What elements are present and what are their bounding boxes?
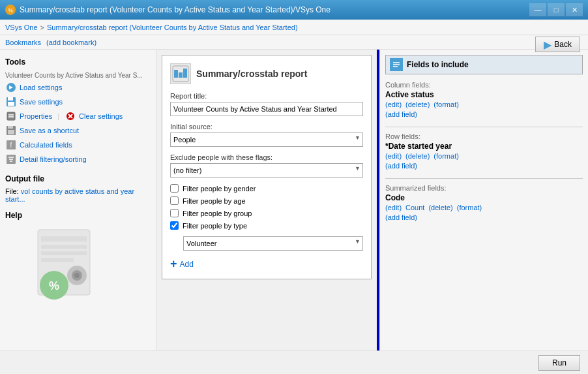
output-file-title: Output file (5, 174, 151, 183)
add-bookmark-link[interactable]: (add bookmark) (46, 39, 96, 46)
sidebar: Tools Volunteer Counts by Active Status … (0, 50, 156, 374)
close-button[interactable]: ✕ (566, 3, 583, 16)
type-select[interactable]: Volunteer Staff Client (183, 236, 363, 251)
column-fields-section: Column fields: Active status (edit) (del… (385, 81, 583, 119)
column-add-field-link[interactable]: (add field) (385, 110, 417, 118)
bookmark-bar: Bookmarks (add bookmark) ▶ Back (0, 35, 588, 50)
row-edit-link[interactable]: (edit) (385, 152, 402, 160)
breadcrumb-current[interactable]: Summary/crosstab report (Volunteer Count… (47, 23, 298, 31)
settings-label: Volunteer Counts by Active Status and Ye… (5, 70, 151, 80)
row-add-field-link[interactable]: (add field) (385, 162, 417, 170)
svg-rect-26 (41, 258, 74, 262)
fields-panel-header: Fields to include (385, 55, 583, 74)
divider-1 (385, 127, 583, 127)
clear-settings-icon (65, 110, 76, 122)
svg-rect-25 (41, 251, 87, 255)
row-delete-link[interactable]: (delete) (405, 152, 430, 160)
svg-text:%: % (49, 279, 59, 292)
svg-rect-24 (41, 245, 87, 249)
filter-type-label: Filter people by type (183, 222, 247, 230)
settings-label-text: Volunteer Counts by Active Status and Ye… (5, 72, 143, 79)
sidebar-item-save-settings[interactable]: Save settings (5, 95, 151, 109)
properties-link[interactable]: Properties (20, 112, 52, 120)
maximize-button[interactable]: □ (548, 3, 565, 16)
save-shortcut-link[interactable]: Save as a shortcut (20, 127, 79, 134)
sidebar-item-calculated-fields[interactable]: f Calculated fields (5, 138, 151, 152)
divider-2 (385, 178, 583, 179)
initial-source-wrapper: People Volunteers Staff Clients (170, 132, 363, 147)
filter-age-checkbox[interactable] (170, 196, 179, 205)
filter-gender-label: Filter people by gender (183, 185, 256, 193)
summarized-count-link[interactable]: Count (405, 204, 424, 211)
sidebar-item-detail-filtering[interactable]: Detail filtering/sorting (5, 152, 151, 166)
breadcrumb: VSys One > Summary/crosstab report (Volu… (0, 20, 588, 35)
output-section: Output file File: vol counts by active s… (5, 174, 151, 203)
sidebar-item-save-shortcut[interactable]: Save as a shortcut (5, 123, 151, 138)
title-bar: % Summary/crosstab report (Volunteer Cou… (0, 0, 588, 20)
add-icon: + (170, 257, 177, 271)
exclude-flags-label: Exclude people with these flags: (170, 153, 363, 161)
report-panel: Summary/crosstab report Report title: In… (162, 55, 372, 279)
load-settings-icon (5, 82, 17, 93)
svg-text:%: % (8, 7, 13, 14)
minimize-button[interactable]: — (529, 3, 546, 16)
row-fields-section: Row fields: *Date started year (edit) (d… (385, 132, 583, 170)
bookmarks-link[interactable]: Bookmarks (5, 39, 41, 46)
column-edit-link[interactable]: (edit) (385, 101, 402, 108)
row-format-link[interactable]: (format) (434, 152, 459, 160)
sidebar-item-load-settings[interactable]: Load settings (5, 80, 151, 95)
initial-source-label: Initial source: (170, 123, 363, 131)
add-button[interactable]: + Add (170, 257, 194, 271)
report-panel-icon (170, 63, 191, 84)
right-panel: Fields to include Column fields: Active … (379, 50, 588, 374)
clear-settings-link[interactable]: Clear settings (79, 112, 123, 120)
filter-type-item: Filter people by type (170, 221, 363, 230)
report-title-input[interactable] (170, 102, 363, 116)
back-label: Back (554, 40, 572, 49)
row-fields-label: Row fields: (385, 132, 583, 140)
save-shortcut-icon (5, 125, 17, 136)
save-settings-link[interactable]: Save settings (20, 98, 63, 106)
summarized-fields-section: Summarized fields: Code (edit) Count (de… (385, 184, 583, 222)
window-title: Summary/crosstab report (Volunteer Count… (20, 5, 529, 14)
file-name-link[interactable]: vol counts by active status and year sta… (5, 187, 134, 203)
sidebar-item-properties[interactable]: Properties | Clear settings (5, 109, 151, 123)
back-arrow-icon: ▶ (544, 39, 551, 51)
summarized-add-field-link[interactable]: (add field) (385, 213, 417, 221)
type-select-group: Volunteer Staff Client (170, 236, 363, 251)
window-controls: — □ ✕ (529, 3, 583, 16)
report-title-label: Report title: (170, 92, 363, 100)
report-title-group: Report title: (170, 92, 363, 116)
back-button[interactable]: ▶ Back (535, 37, 580, 52)
column-fields-value: Active status (385, 90, 583, 99)
summarized-delete-link[interactable]: (delete) (428, 204, 452, 211)
summarized-edit-link[interactable]: (edit) (385, 204, 402, 211)
help-title: Help (5, 211, 151, 220)
svg-rect-23 (41, 236, 87, 242)
properties-icon (5, 110, 17, 122)
calculated-fields-link[interactable]: Calculated fields (20, 141, 72, 149)
center-panel: Summary/crosstab report Report title: In… (156, 50, 377, 374)
filter-type-checkbox[interactable] (170, 221, 179, 230)
load-settings-link[interactable]: Load settings (20, 84, 62, 91)
output-file-info: File: vol counts by active status and ye… (5, 187, 151, 203)
filter-group-label: Filter people by group (183, 210, 252, 217)
exclude-flags-select[interactable]: (no filter) (170, 163, 363, 178)
fields-panel-icon (390, 58, 403, 71)
detail-filtering-link[interactable]: Detail filtering/sorting (20, 155, 87, 163)
run-button[interactable]: Run (538, 355, 580, 371)
filter-group-checkbox[interactable] (170, 209, 179, 217)
type-select-wrapper: Volunteer Staff Client (183, 236, 363, 251)
save-settings-icon (5, 96, 17, 108)
filter-gender-checkbox[interactable] (170, 184, 179, 193)
summarized-format-link[interactable]: (format) (457, 204, 482, 211)
filter-checkboxes: Filter people by gender Filter people by… (170, 184, 363, 230)
main-layout: Tools Volunteer Counts by Active Status … (0, 50, 588, 374)
calculated-fields-icon: f (5, 139, 17, 151)
svg-rect-14 (8, 126, 13, 129)
initial-source-select[interactable]: People Volunteers Staff Clients (170, 132, 363, 147)
column-format-link[interactable]: (format) (434, 101, 459, 108)
filter-group-item: Filter people by group (170, 209, 363, 217)
column-delete-link[interactable]: (delete) (405, 101, 430, 108)
breadcrumb-home[interactable]: VSys One (5, 23, 38, 31)
